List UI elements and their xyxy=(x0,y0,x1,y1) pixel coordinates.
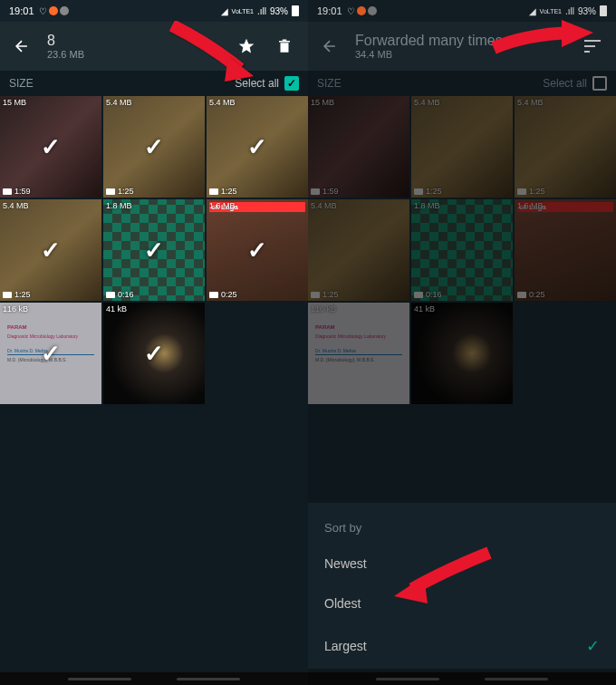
media-tile[interactable]: 5.4 MB 1:25 xyxy=(515,96,616,198)
tile-thumb xyxy=(308,199,409,301)
back-button[interactable] xyxy=(313,30,346,63)
check-icon: ✓ xyxy=(586,636,600,656)
tile-duration: 1:25 xyxy=(414,187,442,196)
select-all-label: Select all xyxy=(235,77,279,90)
svg-rect-0 xyxy=(584,40,601,42)
media-tile[interactable]: ck Laga 1.6 MB 0:25 xyxy=(515,199,616,301)
media-tile[interactable]: 5.4 MB 1:25 ✓ xyxy=(103,96,205,198)
delete-button[interactable] xyxy=(266,28,303,64)
media-tile[interactable]: ck Laga 1.6 MB 0:25 ✓ xyxy=(207,199,308,301)
media-tile[interactable]: 5.4 MB 1:25 ✓ xyxy=(207,96,308,198)
title-block: 8 23.6 MB xyxy=(47,33,219,60)
tile-size: 5.4 MB xyxy=(209,98,236,107)
sort-button[interactable] xyxy=(574,28,611,64)
media-tile[interactable]: 41 kB xyxy=(411,303,513,404)
tile-size: 116 kB xyxy=(311,304,336,314)
size-label: SIZE xyxy=(9,77,34,90)
select-all-toggle[interactable]: Select all xyxy=(543,76,607,91)
sort-title: Sort by xyxy=(308,512,616,544)
nav-recent[interactable] xyxy=(68,678,131,680)
back-button[interactable] xyxy=(5,30,38,63)
media-tile[interactable]: PARAM Diagnostic Microbiology Laboratory… xyxy=(308,303,409,404)
video-icon xyxy=(209,188,218,195)
video-icon xyxy=(311,188,320,195)
check-icon: ✓ xyxy=(41,133,61,161)
notif-icon xyxy=(357,6,366,15)
sort-option-label: Largest xyxy=(324,639,367,653)
selection-count: 8 xyxy=(47,33,219,49)
media-grid: 15 MB 1:59 5.4 MB 1:25 5.4 MB 1:25 5.4 M… xyxy=(308,96,616,404)
select-all-label: Select all xyxy=(543,77,587,90)
media-tile[interactable]: 15 MB 1:59 ✓ xyxy=(0,96,101,198)
svg-rect-2 xyxy=(584,51,590,53)
video-icon xyxy=(414,292,423,298)
select-all-toggle[interactable]: Select all xyxy=(235,76,299,91)
media-tile[interactable]: 41 kB ✓ xyxy=(103,303,205,404)
video-icon xyxy=(414,188,423,195)
left-screen: 19:01 ♡ ◢ VoLTE1 .ıll 93% 8 23.6 MB xyxy=(0,0,308,685)
sort-option[interactable]: Largest✓ xyxy=(308,623,616,669)
tile-size: 5.4 MB xyxy=(414,98,440,107)
media-tile[interactable]: 5.4 MB 1:25 ✓ xyxy=(0,199,101,301)
star-button[interactable] xyxy=(228,28,265,64)
tile-thumb xyxy=(515,199,616,301)
media-grid: 15 MB 1:59 ✓ 5.4 MB 1:25 ✓ 5.4 MB 1:25 ✓… xyxy=(0,96,308,404)
tile-size: 41 kB xyxy=(106,304,127,314)
check-icon: ✓ xyxy=(41,236,61,265)
check-icon: ✓ xyxy=(41,340,61,368)
heart-icon: ♡ xyxy=(347,6,355,16)
nav-recent[interactable] xyxy=(376,678,439,680)
check-icon: ✓ xyxy=(247,236,267,265)
nav-home[interactable] xyxy=(177,678,240,680)
video-icon xyxy=(209,292,218,298)
tile-duration: 1:25 xyxy=(209,187,237,196)
title-block: Forwarded many times 34.4 MB xyxy=(355,33,565,60)
system-nav xyxy=(0,672,308,685)
media-tile[interactable]: 5.4 MB 1:25 xyxy=(411,96,513,198)
media-tile[interactable]: 5.4 MB 1:25 xyxy=(308,199,409,301)
sort-option[interactable]: Newest xyxy=(308,544,616,584)
video-icon xyxy=(517,188,526,195)
tile-size: 5.4 MB xyxy=(311,201,337,210)
sort-option-label: Oldest xyxy=(324,596,361,611)
media-tile[interactable]: 1.8 MB 0:16 ✓ xyxy=(103,199,205,301)
status-time: 19:01 xyxy=(9,5,34,16)
nav-home[interactable] xyxy=(485,678,548,680)
tile-size: 5.4 MB xyxy=(106,98,132,107)
status-bar: 19:01 ♡ ◢ VoLTE1 .ıll 93% xyxy=(0,0,308,22)
battery-icon xyxy=(600,5,607,16)
notif-icon-2 xyxy=(60,6,69,15)
app-bar: Forwarded many times 34.4 MB xyxy=(308,22,616,71)
check-icon: ✓ xyxy=(144,236,164,265)
tile-duration: 1:59 xyxy=(3,187,31,196)
battery-pct: 93% xyxy=(578,6,596,16)
page-subtitle: 34.4 MB xyxy=(355,49,565,60)
selection-size: 23.6 MB xyxy=(47,49,219,60)
sort-option-label: Newest xyxy=(324,556,367,571)
status-bar: 19:01 ♡ ◢ VoLTE1 .ıll 93% xyxy=(308,0,616,22)
wifi-icon: ◢ xyxy=(529,6,536,16)
tile-duration: 1:25 xyxy=(311,290,339,299)
tile-duration: 1:59 xyxy=(311,187,339,196)
check-icon: ✓ xyxy=(247,133,267,161)
select-all-checkbox[interactable] xyxy=(592,76,607,91)
right-screen: 19:01 ♡ ◢ VoLTE1 .ıll 93% Forwarded many… xyxy=(308,0,616,685)
media-tile[interactable]: 1.8 MB 0:16 xyxy=(411,199,513,301)
battery-pct: 93% xyxy=(270,6,288,16)
net-label: VoLTE1 xyxy=(232,8,254,14)
check-icon: ✓ xyxy=(144,133,164,161)
app-bar: 8 23.6 MB xyxy=(0,22,308,71)
video-icon xyxy=(517,292,526,298)
tile-duration: 0:16 xyxy=(414,290,442,299)
select-all-checkbox[interactable] xyxy=(284,76,299,91)
media-tile[interactable]: PARAM Diagnostic Microbiology Laboratory… xyxy=(0,303,101,404)
sort-option[interactable]: Oldest xyxy=(308,584,616,623)
tile-duration: 0:25 xyxy=(517,290,545,299)
media-tile[interactable]: 15 MB 1:59 xyxy=(308,96,409,198)
wifi-icon: ◢ xyxy=(221,6,228,16)
status-time: 19:01 xyxy=(317,5,342,16)
tile-duration: 0:25 xyxy=(209,290,237,299)
tile-size: 5.4 MB xyxy=(517,98,544,107)
size-label: SIZE xyxy=(317,77,342,90)
tile-size: 1.8 MB xyxy=(106,201,132,210)
